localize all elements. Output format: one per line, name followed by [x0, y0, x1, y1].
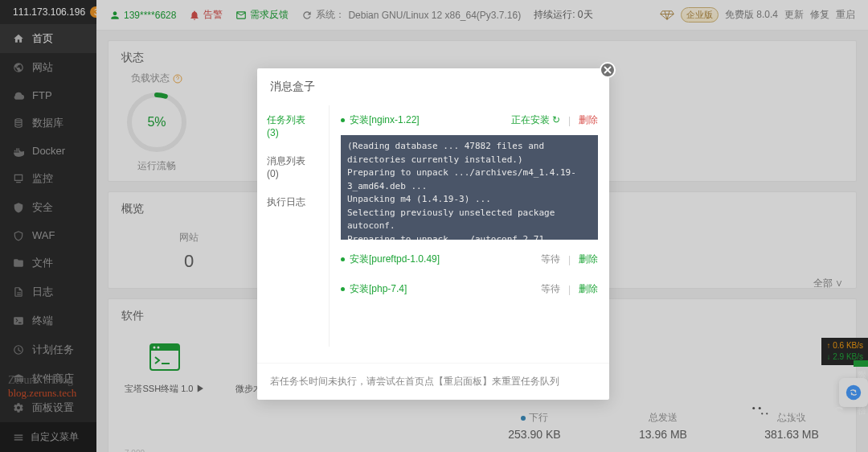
- task-delete-button[interactable]: 删除: [579, 113, 598, 127]
- modal-close-button[interactable]: [600, 62, 616, 78]
- tab-logs[interactable]: 执行日志: [257, 187, 329, 217]
- terminal-line: (Reading database ... 47882 files and di…: [347, 140, 592, 166]
- modal-title: 消息盒子: [257, 68, 609, 105]
- tab-messages[interactable]: 消息列表 (0): [257, 146, 329, 187]
- terminal-line: Unpacking m4 (1.4.19-3) ...: [347, 193, 592, 207]
- modal-tabs: 任务列表 (3) 消息列表 (0) 执行日志: [257, 105, 330, 347]
- modal-footer-hint: 若任务长时间未执行，请尝试在首页点【重启面板】来重置任务队列: [257, 363, 609, 400]
- tab-tasks[interactable]: 任务列表 (3): [257, 105, 329, 146]
- message-box-modal: 消息盒子 任务列表 (3) 消息列表 (0) 执行日志 安装[nginx-1.2…: [257, 68, 609, 400]
- task-name: 安装[php-7.4]: [350, 282, 536, 296]
- task-status: 等待: [541, 282, 560, 296]
- task-name: 安装[pureftpd-1.0.49]: [350, 253, 536, 266]
- separator: |: [568, 115, 571, 126]
- status-dot-icon: [341, 287, 345, 291]
- status-dot-icon: [341, 118, 345, 122]
- terminal-line: Preparing to unpack .../archives/m4_1.4.…: [347, 166, 592, 193]
- task-status: 等待: [541, 253, 560, 266]
- separator: |: [568, 254, 571, 265]
- modal-content: 安装[nginx-1.22] 正在安装 ↻ | 删除 (Reading data…: [330, 105, 609, 347]
- task-name: 安装[nginx-1.22]: [350, 113, 506, 127]
- task-status: 正在安装 ↻: [511, 113, 560, 127]
- install-log-terminal[interactable]: (Reading database ... 47882 files and di…: [341, 135, 598, 240]
- task-delete-button[interactable]: 删除: [579, 253, 598, 266]
- terminal-line: Preparing to unpack .../autoconf_2.71-3_…: [347, 233, 592, 240]
- terminal-line: Selecting previously unselected package …: [347, 207, 592, 233]
- task-row: 安装[nginx-1.22] 正在安装 ↻ | 删除: [330, 105, 609, 135]
- task-row: 安装[pureftpd-1.0.49] 等待 | 删除: [330, 244, 609, 274]
- separator: |: [568, 284, 571, 295]
- status-dot-icon: [341, 257, 345, 261]
- task-row: 安装[php-7.4] 等待 | 删除: [330, 274, 609, 304]
- close-icon: [604, 66, 612, 74]
- task-delete-button[interactable]: 删除: [579, 282, 598, 296]
